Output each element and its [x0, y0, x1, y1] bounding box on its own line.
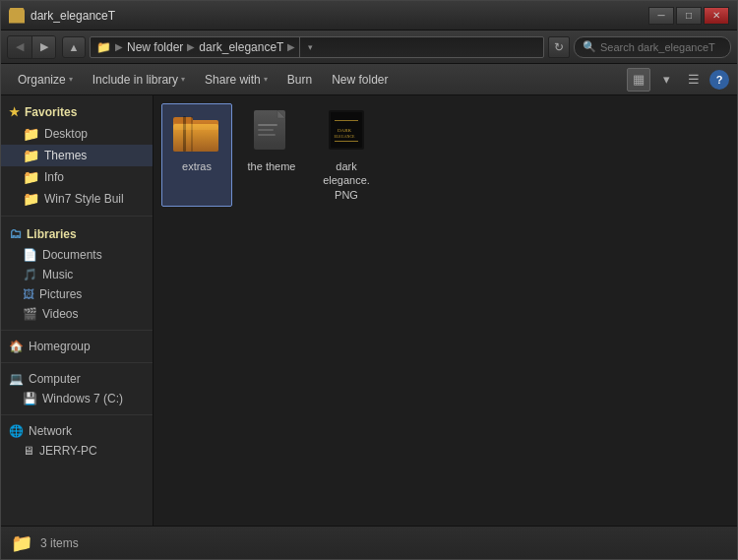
file-grid: extras [161, 103, 729, 207]
back-button[interactable]: ◀ [8, 36, 31, 58]
path-dark-elegance: dark_eleganceT [199, 40, 283, 54]
window-icon [9, 8, 25, 24]
sidebar-item-desktop[interactable]: 📁 Desktop [1, 123, 153, 145]
share-with-button[interactable]: Share with ▾ [196, 68, 277, 92]
path-folder-icon: 📁 [96, 40, 111, 54]
svg-rect-18 [335, 141, 358, 142]
documents-icon: 📄 [23, 248, 37, 262]
refresh-button[interactable]: ↻ [548, 36, 570, 58]
darkelegance-label: dark elegance. PNG [316, 159, 377, 202]
pc-icon: 🖥 [23, 444, 34, 458]
status-bar: 📁 3 items [1, 526, 737, 559]
sidebar-divider-2 [1, 330, 153, 331]
extras-label: extras [182, 159, 212, 173]
up-button[interactable]: ▲ [62, 36, 86, 58]
favorites-section: ★ Favorites 📁 Desktop 📁 Themes 📁 Info 📁 [1, 101, 153, 210]
videos-icon: 🎬 [23, 307, 37, 321]
nav-button-group: ◀ ▶ [7, 35, 56, 59]
search-input[interactable] [600, 41, 722, 53]
forward-button[interactable]: ▶ [31, 36, 55, 58]
svg-rect-5 [173, 124, 218, 130]
homegroup-icon: 🏠 [9, 340, 24, 353]
sidebar-item-network[interactable]: 🌐 Network [1, 421, 153, 441]
theme-label: the theme [248, 159, 296, 173]
music-icon: 🎵 [23, 268, 37, 281]
title-bar-buttons: ─ □ ✕ [648, 7, 729, 25]
libraries-header[interactable]: 🗂 Libraries [1, 222, 153, 245]
address-bar: ◀ ▶ ▲ 📁 ▶ New folder ▶ dark_eleganceT ▶ … [1, 31, 737, 64]
sidebar-item-pictures[interactable]: 🖼 Pictures [1, 284, 153, 304]
file-item-extras[interactable]: extras [161, 103, 232, 207]
view-dropdown-button[interactable]: ▾ [654, 68, 678, 92]
svg-text:ELEGANCE: ELEGANCE [334, 134, 355, 139]
maximize-button[interactable]: □ [676, 7, 702, 25]
sidebar-item-windows7c[interactable]: 💾 Windows 7 (C:) [1, 389, 153, 408]
extras-folder-icon [173, 108, 220, 156]
svg-rect-4 [191, 116, 193, 152]
sidebar-divider-1 [1, 216, 153, 217]
drive-icon: 💾 [23, 392, 37, 405]
window-title: dark_eleganceT [31, 9, 648, 23]
theme-file-icon [248, 108, 295, 156]
network-section: 🌐 Network 🖥 JERRY-PC [1, 421, 153, 461]
computer-icon: 💻 [9, 372, 24, 386]
theme-svg [252, 110, 291, 154]
sidebar-item-computer[interactable]: 💻 Computer [1, 369, 153, 389]
include-library-button[interactable]: Include in library ▾ [84, 68, 194, 92]
win7-folder-icon: 📁 [23, 191, 39, 207]
libraries-section: 🗂 Libraries 📄 Documents 🎵 Music 🖼 Pictur… [1, 222, 153, 324]
organize-button[interactable]: Organize ▾ [9, 68, 82, 92]
view-icon-button[interactable]: ▦ [627, 68, 650, 92]
path-dropdown-button[interactable]: ▾ [299, 36, 321, 58]
svg-rect-15 [335, 120, 358, 121]
svg-text:DARK: DARK [338, 128, 352, 133]
sidebar-item-videos[interactable]: 🎬 Videos [1, 304, 153, 324]
toolbar-right: ▦ ▾ ☰ ? [627, 68, 729, 92]
sidebar-item-music[interactable]: 🎵 Music [1, 265, 153, 284]
status-folder-icon: 📁 [11, 532, 32, 554]
computer-section: 💻 Computer 💾 Windows 7 (C:) [1, 369, 153, 408]
file-area: extras [154, 95, 737, 526]
sidebar-divider-3 [1, 362, 153, 363]
new-folder-button[interactable]: New folder [323, 68, 397, 92]
png-file-icon: DARK ELEGANCE [323, 108, 370, 156]
help-button[interactable]: ? [709, 70, 729, 90]
sidebar-item-themes[interactable]: 📁 Themes [1, 145, 153, 166]
main-content: ★ Favorites 📁 Desktop 📁 Themes 📁 Info 📁 [1, 95, 737, 526]
svg-rect-12 [254, 110, 285, 150]
path-new-folder: New folder [127, 40, 183, 54]
explorer-window: dark_eleganceT ─ □ ✕ ◀ ▶ ▲ 📁 ▶ New folde… [0, 0, 738, 560]
sidebar-item-documents[interactable]: 📄 Documents [1, 245, 153, 265]
sidebar-item-homegroup[interactable]: 🏠 Homegroup [1, 337, 153, 356]
sidebar-item-jerrypc[interactable]: 🖥 JERRY-PC [1, 441, 153, 461]
sidebar-divider-4 [1, 414, 153, 415]
star-icon: ★ [9, 105, 20, 119]
file-item-theme[interactable]: the theme [236, 103, 307, 207]
themes-folder-icon: 📁 [23, 148, 39, 163]
title-bar: dark_eleganceT ─ □ ✕ [1, 1, 737, 31]
info-folder-icon: 📁 [23, 169, 39, 185]
search-icon: 🔍 [583, 40, 596, 53]
svg-rect-3 [183, 116, 186, 152]
burn-button[interactable]: Burn [278, 68, 321, 92]
sidebar: ★ Favorites 📁 Desktop 📁 Themes 📁 Info 📁 [1, 95, 154, 526]
file-item-darkelegance[interactable]: DARK ELEGANCE dark elegance. PNG [311, 103, 382, 207]
toolbar: Organize ▾ Include in library ▾ Share wi… [1, 64, 737, 95]
homegroup-section: 🏠 Homegroup [1, 337, 153, 356]
desktop-folder-icon: 📁 [23, 126, 39, 142]
pictures-icon: 🖼 [23, 287, 34, 301]
sidebar-item-win7style[interactable]: 📁 Win7 Style Buil [1, 188, 153, 210]
minimize-button[interactable]: ─ [648, 7, 674, 25]
network-icon: 🌐 [9, 424, 24, 438]
details-pane-button[interactable]: ☰ [682, 68, 706, 92]
status-count: 3 items [40, 536, 79, 550]
search-box[interactable]: 🔍 [574, 36, 731, 58]
extras-folder-svg [173, 110, 220, 154]
favorites-header[interactable]: ★ Favorites [1, 101, 153, 123]
close-button[interactable]: ✕ [704, 7, 729, 25]
sidebar-item-info[interactable]: 📁 Info [1, 166, 153, 188]
libraries-icon: 🗂 [9, 226, 22, 241]
address-path[interactable]: 📁 ▶ New folder ▶ dark_eleganceT ▶ ▾ [90, 36, 544, 58]
png-svg: DARK ELEGANCE [327, 110, 366, 154]
